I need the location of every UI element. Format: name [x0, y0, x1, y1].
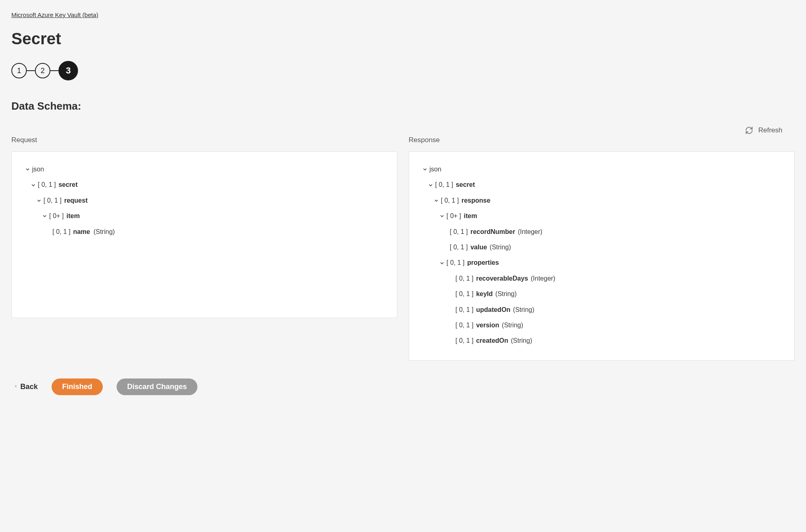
- back-button[interactable]: Back: [14, 383, 38, 391]
- tree-row-updatedon[interactable]: [ 0, 1 ] updatedOn (String): [421, 302, 782, 318]
- cardinality: [ 0, 1 ]: [455, 319, 473, 331]
- cardinality: [ 0, 1 ]: [450, 241, 468, 253]
- tree-row-secret[interactable]: [ 0, 1 ] secret: [24, 177, 385, 192]
- node-name: recoverableDays: [476, 272, 528, 285]
- cardinality: [ 0, 1 ]: [446, 257, 464, 269]
- page-title: Secret: [11, 30, 795, 48]
- tree-row-keyid[interactable]: [ 0, 1 ] keyId (String): [421, 286, 782, 302]
- tree-row-version[interactable]: [ 0, 1 ] version (String): [421, 318, 782, 333]
- node-type: (String): [513, 304, 534, 316]
- chevron-down-icon[interactable]: [30, 182, 37, 188]
- chevron-down-icon[interactable]: [438, 213, 446, 219]
- tree-row-item[interactable]: [ 0+ ] item: [24, 208, 385, 224]
- node-name: properties: [467, 257, 499, 269]
- node-name: secret: [58, 179, 78, 191]
- cardinality: [ 0, 1 ]: [455, 335, 473, 347]
- tree-row-recordnumber[interactable]: [ 0, 1 ] recordNumber (Integer): [421, 224, 782, 240]
- node-label: json: [429, 163, 441, 175]
- schema-wrap: Request json [ 0, 1 ] secret: [11, 136, 795, 361]
- node-name: keyId: [476, 288, 493, 300]
- node-name: value: [470, 241, 487, 253]
- tree-row-secret[interactable]: [ 0, 1 ] secret: [421, 177, 782, 192]
- chevron-down-icon[interactable]: [24, 167, 31, 172]
- tree-row-item[interactable]: [ 0+ ] item: [421, 208, 782, 224]
- tree-row-response[interactable]: [ 0, 1 ] response: [421, 193, 782, 208]
- step-3-active[interactable]: 3: [58, 61, 78, 80]
- refresh-button[interactable]: Refresh: [11, 126, 795, 134]
- tree-row-createdon[interactable]: [ 0, 1 ] createdOn (String): [421, 333, 782, 348]
- node-type: [91, 226, 93, 238]
- cardinality: [ 0, 1 ]: [441, 195, 459, 207]
- cardinality: [ 0, 1 ]: [455, 304, 473, 316]
- node-type: (Integer): [518, 226, 542, 238]
- node-name: item: [66, 210, 80, 222]
- response-panel: json [ 0, 1 ] secret [ 0, 1 ] response: [409, 151, 795, 361]
- cardinality: [ 0, 1 ]: [43, 195, 61, 207]
- step-1[interactable]: 1: [11, 63, 27, 78]
- refresh-icon: [745, 126, 753, 134]
- cardinality: [ 0+ ]: [446, 210, 461, 222]
- node-name: version: [476, 319, 499, 331]
- step-2[interactable]: 2: [35, 63, 50, 78]
- node-name: name: [73, 226, 90, 238]
- cardinality: [ 0, 1 ]: [455, 288, 473, 300]
- refresh-label: Refresh: [758, 126, 782, 134]
- tree-row-recoverabledays[interactable]: [ 0, 1 ] recoverableDays (Integer): [421, 271, 782, 286]
- node-type: (String): [495, 288, 516, 300]
- node-type: (String): [511, 335, 532, 347]
- tree-row-properties[interactable]: [ 0, 1 ] properties: [421, 255, 782, 270]
- cardinality: [ 0, 1 ]: [455, 272, 473, 285]
- request-column: Request json [ 0, 1 ] secret: [11, 136, 397, 361]
- cardinality: [ 0, 1 ]: [435, 179, 453, 191]
- cardinality: [ 0, 1 ]: [450, 226, 468, 238]
- discard-button[interactable]: Discard Changes: [117, 378, 197, 395]
- step-connector: [27, 70, 35, 71]
- tree-row-value[interactable]: [ 0, 1 ] value (String): [421, 240, 782, 255]
- tree-row-name-field[interactable]: [ 0, 1 ] name (String): [24, 224, 385, 240]
- request-column-label: Request: [11, 136, 397, 144]
- chevron-down-icon[interactable]: [421, 167, 429, 172]
- node-type: (String): [502, 319, 523, 331]
- footer: Back Finished Discard Changes: [11, 378, 795, 395]
- node-name: createdOn: [476, 335, 508, 347]
- node-name: item: [464, 210, 477, 222]
- step-connector: [50, 70, 58, 71]
- chevron-down-icon[interactable]: [427, 182, 434, 188]
- node-name: recordNumber: [470, 226, 515, 238]
- node-type: (String): [490, 241, 511, 253]
- breadcrumb-link[interactable]: Microsoft Azure Key Vault (beta): [11, 11, 98, 18]
- tree-row-json[interactable]: json: [24, 162, 385, 177]
- cardinality: [ 0, 1 ]: [38, 179, 56, 191]
- node-name: secret: [456, 179, 475, 191]
- chevron-down-icon[interactable]: [438, 260, 446, 266]
- chevron-down-icon[interactable]: [433, 198, 440, 203]
- cardinality: [ 0+ ]: [49, 210, 64, 222]
- node-name: response: [462, 195, 490, 207]
- section-heading: Data Schema:: [11, 100, 795, 112]
- cardinality: [ 0, 1 ]: [52, 226, 70, 238]
- chevron-down-icon[interactable]: [35, 198, 43, 203]
- tree-row-request[interactable]: [ 0, 1 ] request: [24, 193, 385, 208]
- wizard-stepper: 1 2 3: [11, 61, 795, 80]
- chevron-down-icon[interactable]: [41, 213, 48, 219]
- response-tree: json [ 0, 1 ] secret [ 0, 1 ] response: [421, 162, 782, 349]
- node-name: updatedOn: [476, 304, 510, 316]
- tree-row-json[interactable]: json: [421, 162, 782, 177]
- response-column-label: Response: [409, 136, 795, 144]
- finished-button[interactable]: Finished: [52, 378, 103, 395]
- response-column: Response json [ 0, 1 ] secret: [409, 136, 795, 361]
- back-label: Back: [20, 383, 38, 391]
- node-name: request: [64, 195, 88, 207]
- request-panel: json [ 0, 1 ] secret [ 0, 1 ] request: [11, 151, 397, 318]
- node-type: (Integer): [531, 272, 555, 285]
- node-label: json: [32, 163, 44, 175]
- request-tree: json [ 0, 1 ] secret [ 0, 1 ] request: [24, 162, 385, 240]
- chevron-left-icon: [14, 383, 18, 391]
